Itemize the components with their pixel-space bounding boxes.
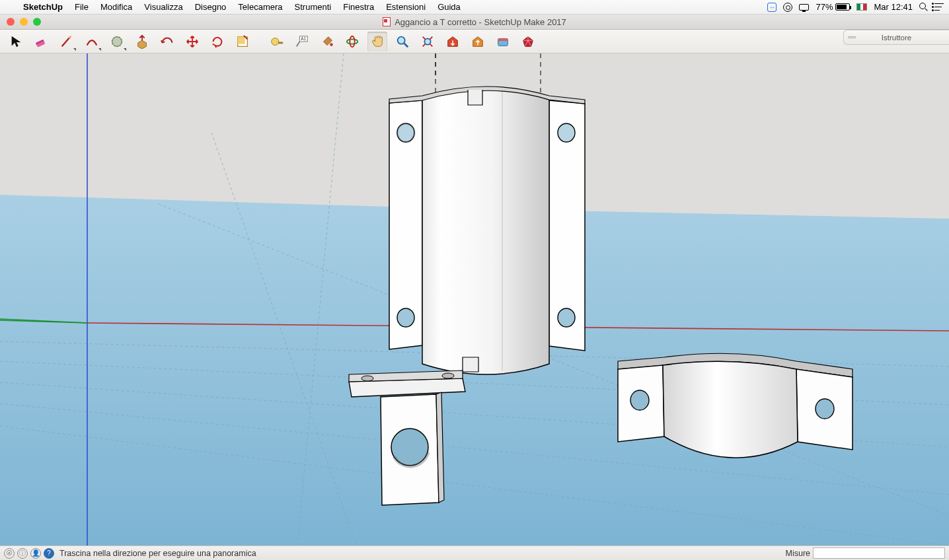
menu-modifica[interactable]: Modifica xyxy=(95,0,138,15)
model-viewport[interactable] xyxy=(0,53,949,545)
tool-arc[interactable] xyxy=(82,32,102,52)
tool-orbit[interactable] xyxy=(342,32,362,52)
tool-pan[interactable] xyxy=(367,32,387,52)
svg-point-28 xyxy=(397,308,414,327)
input-locale[interactable] xyxy=(856,3,867,11)
tool-ruby-console[interactable] xyxy=(518,32,538,52)
tool-make-component[interactable] xyxy=(233,32,252,52)
battery-percent: 77% xyxy=(816,2,833,12)
apple-menu[interactable] xyxy=(5,0,17,15)
tool-shapes[interactable] xyxy=(107,32,127,52)
tool-tape-measure[interactable] xyxy=(267,32,287,52)
svg-point-10 xyxy=(350,36,354,47)
svg-point-34 xyxy=(630,390,649,410)
airplay-icon[interactable] xyxy=(799,4,809,11)
tool-move[interactable] xyxy=(182,32,202,52)
clock[interactable]: Mar 12:41 xyxy=(874,2,913,12)
tool-select[interactable] xyxy=(7,32,26,52)
svg-point-8 xyxy=(330,43,333,46)
scene-svg xyxy=(0,53,949,545)
svg-point-11 xyxy=(398,36,405,44)
menu-telecamera[interactable]: Telecamera xyxy=(232,0,288,15)
menu-strumenti[interactable]: Strumenti xyxy=(289,0,338,15)
menu-disegno[interactable]: Disegno xyxy=(189,0,233,15)
part-main-clamp xyxy=(389,87,585,374)
person-icon[interactable]: 👤 xyxy=(30,548,41,559)
credits-icon[interactable]: ⓘ xyxy=(17,548,28,559)
tool-pushpull[interactable] xyxy=(132,32,152,52)
tool-extension-warehouse[interactable] xyxy=(493,32,513,52)
window-title: Aggancio a T corretto - SketchUp Make 20… xyxy=(395,17,566,27)
menu-guida[interactable]: Guida xyxy=(432,0,467,15)
measurements-input[interactable] xyxy=(813,547,945,559)
tool-eraser[interactable] xyxy=(32,32,52,52)
sync-icon[interactable] xyxy=(783,3,792,12)
help-icon[interactable]: ? xyxy=(44,548,54,559)
tool-3dwarehouse-share[interactable] xyxy=(468,32,488,52)
geolocation-off-icon[interactable]: ⦿ xyxy=(4,548,15,559)
tool-3dwarehouse-get[interactable] xyxy=(443,32,463,52)
teamviewer-icon[interactable]: ↔ xyxy=(767,3,777,12)
control-center-icon[interactable] xyxy=(934,3,944,11)
tool-line[interactable] xyxy=(57,32,77,52)
svg-point-31 xyxy=(361,376,373,381)
svg-point-9 xyxy=(347,39,358,44)
macos-menubar: SketchUp File Modifica Visualizza Disegn… xyxy=(0,0,949,15)
svg-point-35 xyxy=(816,399,834,419)
tool-rotate[interactable] xyxy=(208,32,227,52)
italy-flag-icon xyxy=(856,3,867,11)
tool-zoom[interactable] xyxy=(393,32,412,52)
status-bar: ⦿ ⓘ 👤 ? Trascina nella direzione per ese… xyxy=(0,545,949,560)
tool-zoom-extents[interactable] xyxy=(418,32,437,52)
menu-finestra[interactable]: Finestra xyxy=(337,0,380,15)
tool-offset[interactable] xyxy=(157,32,177,52)
status-hint: Trascina nella direzione per eseguire un… xyxy=(59,549,256,558)
instructor-panel-tab[interactable]: Istruttore xyxy=(843,30,949,45)
menu-estensioni[interactable]: Estensioni xyxy=(380,0,432,15)
svg-point-29 xyxy=(558,308,575,327)
menu-file[interactable]: File xyxy=(69,0,95,15)
document-icon xyxy=(383,17,391,26)
measurements-label: Misure xyxy=(785,549,810,558)
spotlight-icon[interactable] xyxy=(919,3,928,11)
tool-paint-bucket[interactable] xyxy=(317,32,337,52)
grip-icon xyxy=(848,36,856,38)
instructor-label: Istruttore xyxy=(882,34,911,42)
svg-point-12 xyxy=(424,38,430,44)
battery-status[interactable]: 77% xyxy=(816,2,850,12)
svg-text:A1: A1 xyxy=(301,36,306,41)
svg-rect-14 xyxy=(498,38,508,41)
app-menu[interactable]: SketchUp xyxy=(17,0,69,15)
window-titlebar: Aggancio a T corretto - SketchUp Make 20… xyxy=(0,15,949,30)
tool-text[interactable]: A1 xyxy=(292,32,312,52)
svg-point-32 xyxy=(442,373,454,378)
svg-point-27 xyxy=(558,123,575,142)
main-toolbar: A1 xyxy=(0,30,949,53)
svg-point-5 xyxy=(272,38,279,45)
menu-visualizza[interactable]: Visualizza xyxy=(138,0,188,15)
